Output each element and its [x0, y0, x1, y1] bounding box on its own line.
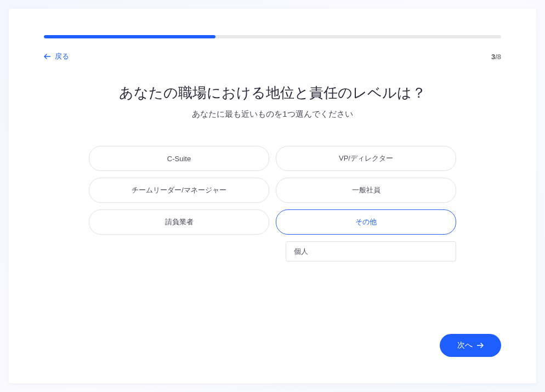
option-employee[interactable]: 一般社員 — [276, 178, 456, 203]
option-other[interactable]: その他 — [276, 209, 456, 235]
step-indicator: 3/8 — [491, 53, 501, 61]
question-title: あなたの職場における地位と責任のレベルは？ — [44, 83, 501, 103]
arrow-left-icon — [44, 54, 50, 59]
survey-card: 戻る 3/8 あなたの職場における地位と責任のレベルは？ あなたに最も近いものを… — [9, 9, 536, 383]
other-text-input[interactable] — [286, 241, 456, 262]
next-label: 次へ — [457, 340, 473, 350]
option-c-suite[interactable]: C-Suite — [89, 146, 269, 171]
next-button[interactable]: 次へ — [440, 334, 501, 357]
option-team-leader[interactable]: チームリーダー/マネージャー — [89, 178, 269, 203]
question-subtitle: あなたに最も近いものを1つ選んでください — [44, 109, 501, 120]
back-label: 戻る — [55, 52, 69, 61]
other-input-wrapper — [276, 241, 456, 262]
back-button[interactable]: 戻る — [44, 52, 69, 61]
option-vp-director[interactable]: VP/ディレクター — [276, 146, 456, 171]
progress-fill — [44, 35, 215, 38]
option-contractor[interactable]: 請負業者 — [89, 209, 269, 235]
arrow-right-icon — [477, 343, 484, 348]
header-row: 戻る 3/8 — [44, 52, 501, 61]
options-grid: C-Suite VP/ディレクター チームリーダー/マネージャー 一般社員 請負… — [89, 146, 456, 262]
progress-bar — [44, 35, 501, 38]
step-total: 8 — [497, 53, 501, 61]
